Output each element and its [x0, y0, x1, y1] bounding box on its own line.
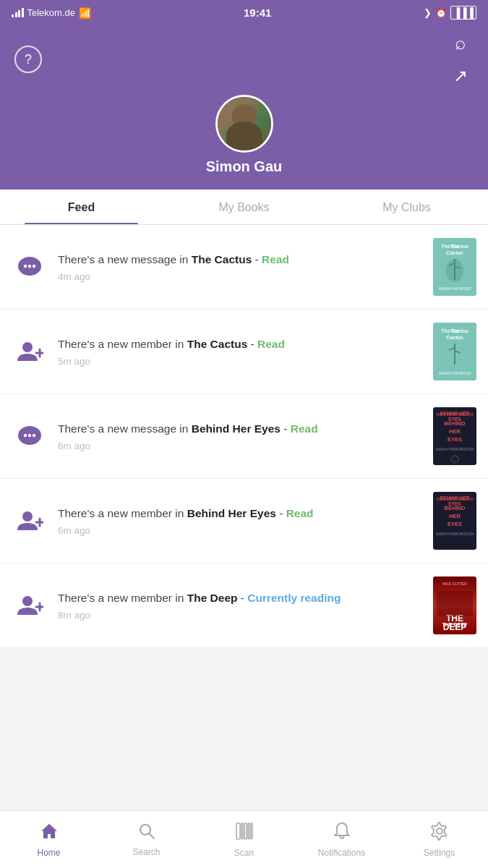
feed-item[interactable]: There's a new member in The Deep - Curre…: [0, 563, 488, 648]
svg-text:★: ★: [453, 459, 456, 462]
add-member-icon-2: [12, 503, 48, 539]
tab-my-books[interactable]: My Books: [163, 190, 325, 224]
share-button[interactable]: ↗: [448, 63, 474, 89]
wifi-icon: 📶: [79, 7, 91, 19]
svg-text:SARAH HAYWOOD: SARAH HAYWOOD: [439, 371, 471, 375]
battery-icon: ▐▐▐: [450, 6, 476, 20]
feed-item-content: There's a new message in The Cactus - Re…: [58, 252, 423, 283]
user-name: Simon Gau: [206, 158, 283, 175]
feed-list: There's a new message in The Cactus - Re…: [0, 225, 488, 648]
book-cover-cactus[interactable]: The Cactus SARAH HAYWOOD: [433, 238, 476, 296]
feed-item[interactable]: There's a new message in Behind Her Eyes…: [0, 394, 488, 479]
feed-item-content: There's a new message in Behind Her Eyes…: [58, 421, 423, 452]
header-right-icons: ⌕ ↗: [448, 30, 474, 89]
search-icon: ⌕: [455, 32, 466, 54]
add-member-icon: [12, 333, 48, 370]
svg-text:NO.1 BESTSELLER: NO.1 BESTSELLER: [437, 412, 474, 417]
tab-my-clubs[interactable]: My Clubs: [325, 190, 488, 224]
svg-text:EYES: EYES: [448, 436, 462, 443]
book-cover-behind-2[interactable]: NO.1 BESTSELLER BEHIND HER EYES SARAH PI…: [433, 492, 476, 550]
svg-text:BEHIND: BEHIND: [445, 420, 466, 427]
avatar[interactable]: [215, 95, 273, 153]
svg-point-34: [22, 511, 33, 522]
svg-text:NO.1 BESTSELLER: NO.1 BESTSELLER: [437, 497, 474, 501]
svg-text:The: The: [450, 328, 460, 333]
tabs-bar: Feed My Books My Clubs: [0, 190, 488, 225]
svg-text:DEEP: DEEP: [443, 622, 467, 632]
svg-rect-51: [437, 591, 473, 616]
svg-text:HER: HER: [449, 428, 461, 435]
signal-icon: [12, 8, 24, 17]
svg-point-1: [24, 265, 27, 268]
content-wrapper: Feed My Books My Clubs There's a new mes: [0, 190, 488, 706]
feed-item-text: There's a new member in The Deep - Curre…: [58, 590, 423, 606]
svg-text:The: The: [450, 244, 460, 249]
svg-text:SARAH PINBOROUGH: SARAH PINBOROUGH: [436, 532, 474, 536]
svg-point-23: [24, 434, 27, 437]
header-top-row: ? ⌕ ↗: [14, 30, 474, 89]
status-left: Telekom.de 📶: [12, 7, 91, 19]
feed-item-content: There's a new member in Behind Her Eyes …: [58, 506, 423, 537]
carrier-label: Telekom.de: [27, 7, 75, 18]
feed-item-content: There's a new member in The Deep - Curre…: [58, 590, 423, 621]
feed-item[interactable]: There's a new message in The Cactus - Re…: [0, 225, 488, 310]
message-icon: [12, 249, 48, 285]
share-icon: ↗: [453, 66, 468, 86]
status-bar: Telekom.de 📶 19:41 ❯ ⏰ ▐▐▐: [0, 0, 488, 24]
svg-point-24: [28, 434, 31, 437]
feed-item-text: There's a new message in The Cactus - Re…: [58, 252, 423, 268]
help-button[interactable]: ?: [14, 46, 42, 73]
feed-item-content: There's a new member in The Cactus - Rea…: [58, 336, 423, 367]
feed-item[interactable]: There's a new member in Behind Her Eyes …: [0, 479, 488, 563]
feed-item-time: 8m ago: [58, 610, 423, 621]
svg-text:SARAH HAYWOOD: SARAH HAYWOOD: [439, 286, 471, 291]
feed-item-time: 4m ago: [58, 271, 423, 282]
svg-text:SARAH PINBOROUGH: SARAH PINBOROUGH: [436, 447, 474, 451]
svg-point-43: [22, 596, 33, 606]
svg-point-2: [28, 265, 31, 268]
svg-text:BEHIND: BEHIND: [445, 505, 466, 511]
profile-header: ? ⌕ ↗ Simon Gau: [0, 24, 488, 190]
question-mark-icon: ?: [25, 52, 32, 67]
svg-text:HER: HER: [449, 513, 461, 519]
svg-point-12: [22, 342, 33, 352]
alarm-icon: ⏰: [435, 7, 447, 18]
svg-point-25: [33, 434, 35, 437]
feed-item[interactable]: There's a new member in The Cactus - Rea…: [0, 310, 488, 394]
message-icon-2: [12, 418, 48, 454]
status-right: ❯ ⏰ ▐▐▐: [424, 6, 476, 20]
search-button[interactable]: ⌕: [448, 30, 474, 56]
svg-text:EYES: EYES: [448, 521, 462, 527]
feed-item-time: 6m ago: [58, 525, 423, 536]
time-label: 19:41: [244, 7, 271, 19]
book-cover-behind[interactable]: NO.1 BESTSELLER BEHIND HER EYES SARAH PI…: [433, 407, 476, 465]
svg-text:NICK CUTTER: NICK CUTTER: [442, 582, 467, 586]
feed-item-text: There's a new member in The Cactus - Rea…: [58, 336, 423, 352]
feed-item-time: 5m ago: [58, 356, 423, 367]
location-icon: ❯: [424, 7, 432, 18]
book-cover-deep[interactable]: NICK CUTTER THE DEEP: [433, 576, 476, 634]
add-member-icon-3: [12, 587, 48, 624]
book-cover-cactus-2[interactable]: The Cactus SARAH HAYWOOD: [433, 323, 476, 380]
feed-item-text: There's a new member in Behind Her Eyes …: [58, 506, 423, 522]
svg-text:Cactus: Cactus: [446, 335, 463, 340]
feed-item-time: 6m ago: [58, 441, 423, 451]
tab-feed[interactable]: Feed: [0, 190, 163, 224]
svg-point-3: [33, 265, 35, 268]
svg-text:Cactus: Cactus: [446, 250, 463, 255]
feed-item-text: There's a new message in Behind Her Eyes…: [58, 421, 423, 437]
